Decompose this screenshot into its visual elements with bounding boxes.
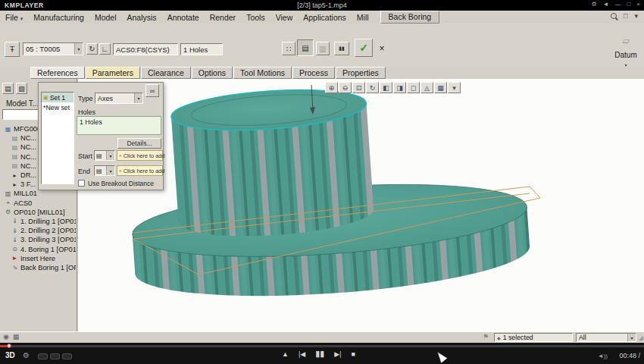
seek-handle[interactable] (7, 344, 11, 348)
volume-icon[interactable]: ◄)) (598, 353, 608, 359)
menu-tools[interactable]: Tools (241, 12, 270, 23)
next-button[interactable]: ▶| (334, 350, 341, 358)
start-dropdown[interactable]: ▤ ▾ (94, 150, 115, 161)
search-icon[interactable] (611, 13, 617, 19)
pause-feature-icon[interactable]: ▮▮ (334, 42, 349, 55)
display-icon[interactable]: ▥ (316, 42, 330, 55)
tree-row[interactable]: ⊙4. Boring 1 [OP010] (2, 244, 76, 253)
seek-bar[interactable] (0, 345, 644, 347)
tree-row[interactable]: ►Insert Here (2, 254, 76, 263)
stop-button[interactable]: ■ (352, 350, 355, 358)
tree-row[interactable]: ⚙OP010 [MILL01] (2, 208, 76, 217)
set-item[interactable]: ▣Set 1 (42, 93, 73, 102)
tab-parameters[interactable]: Parameters (86, 67, 140, 79)
view-manager-icon[interactable]: ▦ (434, 82, 447, 93)
model-tree-tab-icon[interactable]: ▤ (2, 83, 14, 94)
holes-count-field[interactable]: 1 Holes (180, 43, 223, 55)
menu-file[interactable]: File ▾ (0, 12, 28, 23)
zoom-out-icon[interactable]: ⊖ (339, 82, 352, 93)
volume-icon[interactable]: ◄ (603, 1, 609, 8)
flag-icon[interactable]: ⚑ (483, 333, 489, 340)
tab-properties[interactable]: Properties (336, 67, 386, 79)
tab-process[interactable]: Process (292, 67, 335, 79)
menu-analysis[interactable]: Analysis (122, 12, 162, 23)
tree-row[interactable]: ▥MILL01 (2, 189, 76, 198)
tree-row[interactable]: +ACS0 (2, 199, 76, 208)
folder-browser-tab-icon[interactable]: ▧ (16, 83, 27, 94)
end-dropdown[interactable]: ▤ ▾ (94, 165, 115, 176)
sets-listbox[interactable]: ▣Set 1 *New set (41, 92, 74, 184)
expand-icon[interactable]: ▸ (11, 172, 19, 179)
display-options-icon[interactable]: ▾ (448, 82, 461, 93)
datum-display-icon[interactable]: ◬ (420, 82, 433, 93)
pause-button[interactable]: ▮▮ (315, 349, 324, 359)
gauge-icon[interactable]: ∷ (282, 42, 295, 55)
tree-row[interactable]: ⇓3. Drilling 3 [OP010] (2, 235, 76, 244)
shaded-display-icon[interactable]: ◧ (380, 82, 392, 93)
menu-applications[interactable]: Applications (298, 12, 352, 23)
resize-window-icon[interactable]: □ (624, 12, 627, 20)
csys-field[interactable]: ACS0:F8(CSYS) (113, 43, 178, 55)
close-icon[interactable]: × (636, 1, 640, 8)
maximize-icon[interactable]: □ (627, 1, 630, 8)
details-button[interactable]: Details... (117, 138, 161, 149)
ok-button[interactable]: ✓ (355, 39, 373, 57)
menu-annotate[interactable]: Annotate (162, 12, 205, 23)
chevron-down-icon[interactable]: ▾ (106, 151, 114, 160)
tab-back-boring[interactable]: Back Boring (380, 11, 440, 24)
datum-group[interactable]: ▱ Datum ▾ (609, 36, 642, 67)
tab-tool-motions[interactable]: Tool Motions (233, 67, 292, 79)
player-quick-button[interactable] (62, 353, 72, 359)
resize-grip-icon[interactable]: ◢ (639, 334, 643, 341)
start-click-to-add[interactable]: ● Click here to add (117, 150, 163, 161)
settings-icon[interactable]: ⚙ (591, 1, 596, 8)
message-log-icon[interactable]: ◉ (3, 333, 9, 340)
hidden-line-icon[interactable]: ◨ (393, 82, 406, 93)
player-titlebar[interactable]: KMPLAYER [2/3] tap5-1.mp4 ⚙ ◄ — □ × (0, 0, 644, 11)
menu-manufacturing[interactable]: Manufacturing (28, 12, 89, 23)
cancel-button[interactable]: × (376, 42, 388, 55)
player-quick-button[interactable] (50, 353, 60, 359)
wireframe-icon[interactable]: ◻ (407, 82, 420, 93)
axis-icon[interactable]: ∟ (99, 43, 111, 55)
refit-icon[interactable]: ⊡ (352, 82, 365, 93)
tab-options[interactable]: Options (192, 67, 233, 79)
toolpath-notepad-icon[interactable]: ▤ (297, 39, 314, 56)
datum-plane-icon[interactable]: ▱ (609, 36, 642, 46)
tool-icon[interactable]: Ŧ (5, 42, 20, 57)
chevron-down-icon[interactable]: ▾ (106, 166, 114, 175)
expand-icon[interactable]: ▸ (11, 181, 19, 188)
more-icon[interactable]: ▾ (634, 12, 638, 20)
end-click-to-add[interactable]: ● Click here to add (117, 165, 163, 176)
chevron-down-icon[interactable]: ▾ (134, 93, 142, 103)
menu-view[interactable]: View (270, 12, 299, 23)
zoom-in-icon[interactable]: ⊕ (325, 82, 338, 93)
menu-render[interactable]: Render (205, 12, 241, 23)
drilling-icon: ⇓ (11, 228, 19, 234)
open-button[interactable]: ▲ (282, 350, 289, 358)
tab-clearance[interactable]: Clearance (141, 67, 191, 79)
axes-collector-icon[interactable]: ∞ (145, 84, 159, 97)
selection-filter-dropdown[interactable]: All ▾ (576, 333, 636, 342)
clipboard-icon[interactable]: ▦ (13, 333, 20, 340)
chevron-down-icon[interactable]: ▾ (627, 334, 636, 341)
mode-3d-button[interactable]: 3D (5, 351, 15, 359)
type-dropdown[interactable]: Axes ▾ (95, 93, 143, 104)
tool-selector[interactable]: 05 : T0005 ▾ (23, 42, 83, 55)
tree-row[interactable]: ⇓1. Drilling 1 [OP010] (2, 217, 76, 226)
holes-collector-field[interactable]: 1 Holes (77, 116, 161, 135)
minimize-icon[interactable]: — (614, 1, 621, 8)
spindle-icon[interactable]: ↻ (86, 43, 98, 55)
player-settings-icon[interactable]: ⚙ (23, 351, 30, 359)
menu-model[interactable]: Model (89, 12, 122, 23)
menu-mill[interactable]: Mill (352, 12, 374, 23)
new-set-item[interactable]: *New set (42, 102, 73, 112)
tree-row[interactable]: ⇓2. Drilling 2 [OP010] (2, 226, 76, 235)
tree-row[interactable]: ⇘Back Boring 1 [OP010] (2, 263, 76, 272)
chevron-down-icon[interactable]: ▾ (74, 43, 83, 55)
player-quick-button[interactable] (38, 353, 48, 359)
breakout-checkbox[interactable] (78, 180, 85, 187)
tab-references[interactable]: References (30, 67, 85, 79)
repaint-icon[interactable]: ↻ (366, 82, 379, 93)
prev-button[interactable]: |◀ (299, 350, 305, 358)
